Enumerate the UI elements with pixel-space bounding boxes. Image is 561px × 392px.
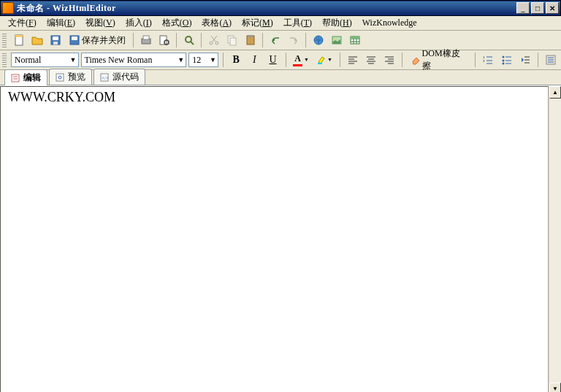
svg-text:</>: </> xyxy=(102,75,109,81)
close-button[interactable]: ✕ xyxy=(546,2,559,14)
numbered-list-button[interactable]: 12 xyxy=(480,52,496,69)
view-tabs: 编辑 预览 </> 源代码 xyxy=(0,70,561,85)
svg-point-16 xyxy=(215,42,218,45)
menu-file[interactable]: 文件(F) xyxy=(3,15,42,31)
dom-eraser-button[interactable]: DOM橡皮擦 xyxy=(407,52,470,69)
app-icon xyxy=(2,2,14,14)
toolbar-separator xyxy=(475,53,476,67)
print-preview-button[interactable] xyxy=(156,32,172,49)
svg-rect-3 xyxy=(53,36,58,40)
tab-edit[interactable]: 编辑 xyxy=(4,69,47,85)
svg-rect-6 xyxy=(72,36,77,40)
toolbar-separator xyxy=(286,53,286,67)
edit-icon xyxy=(11,74,21,82)
svg-rect-61 xyxy=(12,74,19,82)
toolbar-separator xyxy=(402,53,402,67)
preview-icon xyxy=(56,73,66,82)
svg-point-11 xyxy=(186,36,191,42)
format-toolbar: Normal▼ Times New Roman▼ 12▼ B I U A▼ ▼ … xyxy=(0,50,561,70)
bold-button[interactable]: B xyxy=(228,52,244,69)
insert-link-button[interactable] xyxy=(310,32,327,49)
svg-rect-64 xyxy=(56,74,64,81)
tab-preview[interactable]: 预览 xyxy=(49,69,92,85)
menu-mark[interactable]: 标记(M) xyxy=(237,15,278,31)
toolbar-separator xyxy=(223,53,224,67)
svg-rect-1 xyxy=(15,35,23,37)
underline-button[interactable]: U xyxy=(264,52,280,69)
tab-preview-label: 预览 xyxy=(68,71,85,83)
bullet-list-button[interactable] xyxy=(498,52,514,69)
scroll-down-button[interactable]: ▼ xyxy=(549,383,561,392)
insert-table-button[interactable] xyxy=(346,32,363,49)
open-button[interactable] xyxy=(28,32,45,49)
maximize-button[interactable]: □ xyxy=(531,2,544,14)
toolbar-separator xyxy=(201,33,202,47)
menubar: 文件(F) 编辑(E) 视图(V) 插入(I) 格式(O) 表格(A) 标记(M… xyxy=(0,16,561,31)
menu-tools[interactable]: 工具(T) xyxy=(278,15,317,31)
svg-rect-30 xyxy=(318,63,322,64)
svg-rect-4 xyxy=(53,42,58,45)
main-toolbar: 保存并关闭 xyxy=(0,31,561,50)
font-combo[interactable]: Times New Roman▼ xyxy=(81,53,187,67)
menu-edit[interactable]: 编辑(E) xyxy=(42,15,80,31)
insert-image-button[interactable] xyxy=(328,32,345,49)
toolbar-grip[interactable] xyxy=(2,53,7,67)
outdent-button[interactable] xyxy=(517,52,533,69)
svg-line-12 xyxy=(191,42,194,45)
italic-button[interactable]: I xyxy=(246,52,262,69)
toolbar-separator xyxy=(538,53,538,67)
save-close-button[interactable]: 保存并关闭 xyxy=(65,32,129,49)
window-controls: _ □ ✕ xyxy=(516,2,559,14)
tab-source[interactable]: </> 源代码 xyxy=(94,69,145,85)
align-center-button[interactable] xyxy=(363,52,379,69)
svg-point-48 xyxy=(502,56,504,58)
find-button[interactable] xyxy=(180,32,197,49)
svg-point-15 xyxy=(210,42,213,45)
vertical-scrollbar[interactable]: ▲ ▼ xyxy=(549,86,561,392)
new-button[interactable] xyxy=(10,32,27,49)
menu-insert[interactable]: 插入(I) xyxy=(121,15,157,31)
align-left-button[interactable] xyxy=(345,52,361,69)
toolbar-separator xyxy=(133,33,134,47)
toolbar-separator xyxy=(262,33,263,47)
tab-source-label: 源代码 xyxy=(112,71,139,83)
print-button[interactable] xyxy=(137,32,154,49)
window-title: 未命名 - WizHtmlEditor xyxy=(17,2,516,15)
save-button[interactable] xyxy=(47,32,64,49)
align-right-button[interactable] xyxy=(381,52,397,69)
titlebar: 未命名 - WizHtmlEditor _ □ ✕ xyxy=(0,0,561,16)
fontsize-combo[interactable]: 12▼ xyxy=(188,53,218,67)
svg-rect-29 xyxy=(351,36,359,39)
redo-button[interactable] xyxy=(285,32,302,49)
toolbar-separator xyxy=(340,53,340,67)
toolbar-separator xyxy=(305,33,306,47)
undo-button[interactable] xyxy=(267,32,283,49)
svg-point-50 xyxy=(502,63,504,65)
menu-help[interactable]: 帮助(H) xyxy=(317,15,357,31)
source-icon: </> xyxy=(100,73,110,82)
menu-format[interactable]: 格式(O) xyxy=(157,15,197,31)
menu-view[interactable]: 视图(V) xyxy=(80,15,121,31)
style-combo[interactable]: Normal▼ xyxy=(11,53,79,67)
svg-rect-20 xyxy=(248,35,253,37)
scroll-track[interactable] xyxy=(549,99,561,383)
toolbar-separator xyxy=(176,33,177,47)
svg-rect-18 xyxy=(230,38,236,45)
highlight-button[interactable]: ▼ xyxy=(314,52,335,69)
font-color-button[interactable]: A▼ xyxy=(291,52,312,69)
menu-table[interactable]: 表格(A) xyxy=(196,15,237,31)
svg-rect-8 xyxy=(143,36,149,39)
editor-area: WWW.CRKY.COM ▲ ▼ xyxy=(0,85,561,392)
minimize-button[interactable]: _ xyxy=(516,2,530,14)
svg-text:2: 2 xyxy=(483,59,485,63)
tab-edit-label: 编辑 xyxy=(23,72,41,84)
paste-button[interactable] xyxy=(242,32,259,49)
cut-button[interactable] xyxy=(205,32,222,49)
toolbar-grip[interactable] xyxy=(2,33,7,47)
copy-button[interactable] xyxy=(224,32,240,49)
scroll-up-button[interactable]: ▲ xyxy=(549,86,561,99)
menu-wizknowledge[interactable]: WizKnowledge xyxy=(357,16,422,30)
editor-content[interactable]: WWW.CRKY.COM xyxy=(0,86,549,392)
more-button[interactable] xyxy=(543,52,559,69)
svg-point-49 xyxy=(502,60,504,62)
